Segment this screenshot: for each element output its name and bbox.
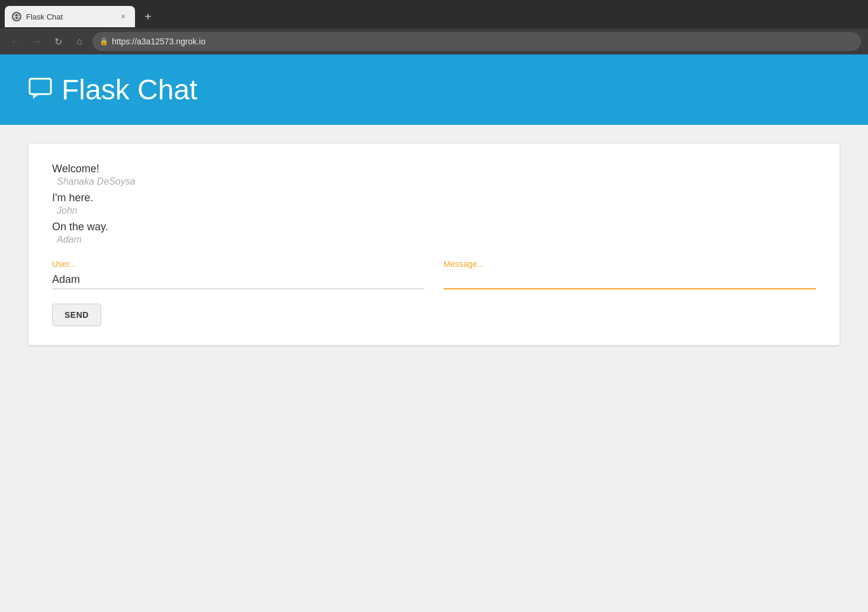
new-tab-button[interactable]: +: [137, 6, 159, 27]
forward-button[interactable]: →: [28, 33, 45, 50]
tab-title: Flask Chat: [26, 12, 114, 21]
address-bar[interactable]: 🔒 https://a3a12573.ngrok.io: [92, 32, 861, 51]
app-body: Welcome! Shanaka DeSoysa I'm here. John …: [0, 125, 868, 510]
send-button[interactable]: SEND: [52, 304, 101, 326]
lock-icon: 🔒: [99, 37, 108, 46]
svg-rect-3: [30, 79, 51, 94]
tab-close-button[interactable]: ×: [118, 12, 128, 21]
address-text: https://a3a12573.ngrok.io: [112, 37, 205, 46]
active-tab[interactable]: Flask Chat ×: [5, 6, 135, 27]
chat-bubble-icon: [28, 76, 52, 103]
message-input-group: Message...: [443, 259, 816, 289]
user-input-label: User...: [52, 259, 425, 269]
app-header: Flask Chat: [0, 54, 868, 125]
message-text-1: Welcome!: [52, 163, 816, 175]
message-author-2: John: [52, 205, 816, 216]
tab-bar: Flask Chat × +: [0, 0, 868, 28]
home-button[interactable]: ⌂: [71, 33, 88, 50]
user-input[interactable]: [52, 271, 425, 289]
message-author-1: Shanaka DeSoysa: [52, 176, 816, 187]
message-group-2: I'm here. John: [52, 192, 816, 216]
input-row: User... Message...: [52, 259, 816, 289]
reload-button[interactable]: ↻: [50, 33, 66, 50]
message-text-2: I'm here.: [52, 192, 816, 204]
chat-messages: Welcome! Shanaka DeSoysa I'm here. John …: [52, 163, 816, 245]
browser-chrome: Flask Chat × + ← → ↻ ⌂ 🔒 https://a3a1257…: [0, 0, 868, 54]
message-group-3: On the way. Adam: [52, 221, 816, 245]
tab-favicon-icon: [12, 12, 21, 21]
svg-marker-4: [33, 94, 39, 99]
nav-bar: ← → ↻ ⌂ 🔒 https://a3a12573.ngrok.io: [0, 28, 868, 54]
message-input[interactable]: [443, 271, 816, 289]
message-text-3: On the way.: [52, 221, 816, 233]
chat-card: Welcome! Shanaka DeSoysa I'm here. John …: [28, 144, 840, 345]
back-button[interactable]: ←: [7, 33, 24, 50]
app-title: Flask Chat: [62, 73, 197, 106]
message-input-label: Message...: [443, 259, 816, 269]
user-input-group: User...: [52, 259, 425, 289]
message-group-1: Welcome! Shanaka DeSoysa: [52, 163, 816, 187]
message-author-3: Adam: [52, 234, 816, 245]
